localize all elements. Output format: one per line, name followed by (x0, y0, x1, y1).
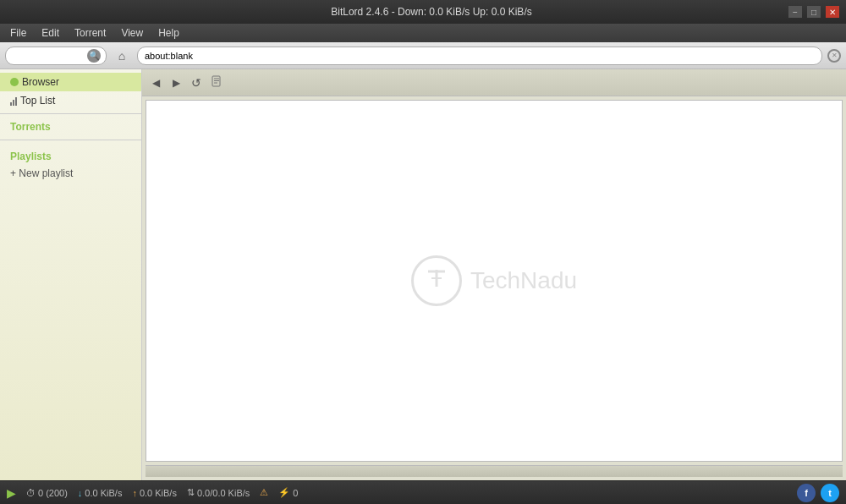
home-button[interactable]: ⌂ (112, 46, 132, 66)
sidebar-item-browser[interactable]: Browser (0, 73, 141, 91)
document-icon (211, 75, 222, 87)
close-button[interactable]: ✕ (826, 6, 839, 18)
minimize-button[interactable]: − (788, 6, 802, 18)
menu-view[interactable]: View (114, 25, 150, 41)
social-buttons: f t (797, 484, 839, 502)
sidebar-item-torrents[interactable]: Torrents (0, 118, 141, 136)
queue-icon: ⏱ (26, 488, 36, 498)
maximize-button[interactable]: □ (807, 6, 821, 18)
up-arrow-icon: ↑ (132, 488, 137, 498)
browser-content: TechNadu (146, 100, 843, 462)
sidebar-item-toplist[interactable]: Top List (0, 91, 141, 110)
watermark-circle (411, 255, 462, 306)
menubar: File Edit Torrent View Help (0, 24, 846, 42)
sidebar-browser-label: Browser (22, 76, 59, 88)
url-bar[interactable]: about:blank (137, 47, 822, 65)
status-warning: ⚠ (260, 487, 268, 498)
share-icon: ⚡ (278, 487, 290, 498)
status-transfer: ⇅ 0.0/0.0 KiB/s (187, 487, 250, 498)
down-arrow-icon: ↓ (78, 488, 83, 498)
queue-count: 0 (200) (38, 488, 68, 498)
new-playlist-label: + New playlist (10, 167, 73, 179)
main-area: Browser Top List Torrents Playlists + Ne… (0, 69, 846, 480)
sidebar-new-playlist[interactable]: + New playlist (0, 164, 141, 183)
menu-file[interactable]: File (3, 25, 33, 41)
content-area: ◀ ▶ ↺ (142, 69, 846, 480)
back-button[interactable]: ◀ (147, 74, 164, 91)
status-share: ⚡ 0 (278, 487, 298, 498)
status-upload: ↑ 0.0 KiB/s (132, 488, 177, 498)
status-play: ▶ (7, 486, 16, 500)
app-title: BitLord 2.4.6 - Down: 0.0 KiB/s Up: 0.0 … (74, 6, 788, 18)
search-icon[interactable]: 🔍 (87, 49, 101, 63)
transfer-icon: ⇅ (187, 487, 195, 498)
status-queue: ⏱ 0 (200) (26, 488, 68, 498)
menu-edit[interactable]: Edit (35, 25, 66, 41)
down-speed: 0.0 KiB/s (85, 488, 122, 498)
doc-button[interactable] (208, 74, 225, 91)
sidebar-divider-1 (0, 113, 141, 114)
sidebar-torrents-label: Torrents (10, 121, 51, 133)
search-box: 🔍 (5, 47, 107, 65)
status-download: ↓ 0.0 KiB/s (78, 488, 123, 498)
sidebar-toplist-label: Top List (20, 95, 55, 107)
technadu-logo-icon (421, 263, 452, 293)
sidebar-playlists-header: Playlists (0, 144, 141, 164)
forward-button[interactable]: ▶ (168, 74, 184, 91)
transfer-speed: 0.0/0.0 KiB/s (197, 488, 250, 498)
watermark-icon (421, 263, 452, 299)
sidebar: Browser Top List Torrents Playlists + Ne… (0, 69, 142, 480)
browser-toolbar: ◀ ▶ ↺ (142, 69, 846, 96)
statusbar: ▶ ⏱ 0 (200) ↓ 0.0 KiB/s ↑ 0.0 KiB/s ⇅ 0.… (0, 480, 846, 504)
search-input[interactable] (11, 51, 87, 61)
window-controls: − □ ✕ (788, 6, 839, 18)
up-speed: 0.0 KiB/s (140, 488, 177, 498)
titlebar: BitLord 2.4.6 - Down: 0.0 KiB/s Up: 0.0 … (0, 0, 846, 24)
menu-help[interactable]: Help (151, 25, 186, 41)
browser-bottom-bar (146, 465, 843, 477)
toplist-icon (10, 96, 17, 106)
browser-status-dot (10, 78, 19, 86)
menu-torrent[interactable]: Torrent (68, 25, 113, 41)
twitter-button[interactable]: t (821, 484, 839, 502)
facebook-button[interactable]: f (797, 484, 816, 502)
sidebar-divider-2 (0, 140, 141, 140)
play-icon: ▶ (7, 486, 16, 500)
stop-button[interactable]: ✕ (827, 49, 841, 63)
watermark-text: TechNadu (470, 267, 577, 294)
watermark: TechNadu (411, 255, 577, 306)
warning-icon: ⚠ (260, 487, 268, 498)
reload-button[interactable]: ↺ (188, 74, 205, 91)
share-count: 0 (293, 488, 298, 498)
main-toolbar: 🔍 ⌂ about:blank ✕ (0, 42, 846, 69)
